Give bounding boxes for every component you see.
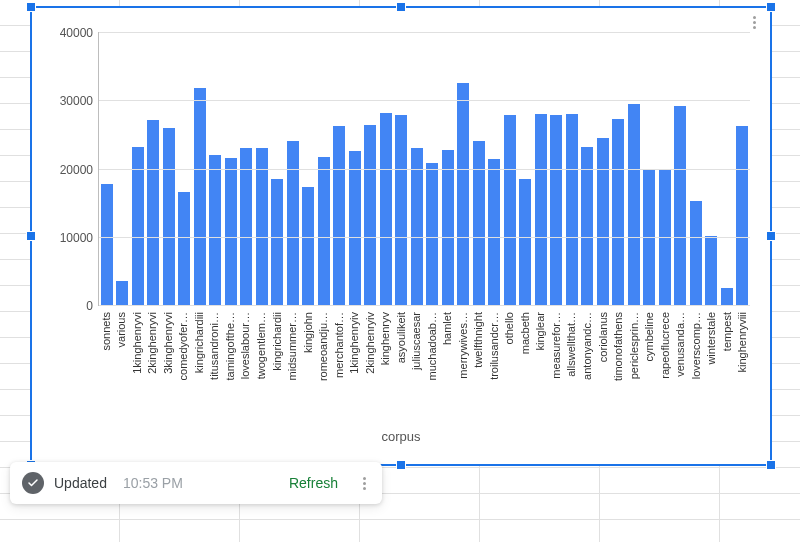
bar (473, 141, 485, 305)
bar (721, 288, 733, 305)
x-tick-label: loveslabour… (239, 312, 251, 379)
resize-handle-tl[interactable] (26, 2, 36, 12)
bar (736, 126, 748, 305)
x-tick-label: merchantof… (333, 312, 345, 378)
bar (256, 148, 268, 305)
resize-handle-t[interactable] (396, 2, 406, 12)
bar (178, 192, 190, 305)
resize-handle-tr[interactable] (766, 2, 776, 12)
bar (581, 147, 593, 305)
toast-more-button[interactable] (354, 473, 374, 493)
bar (333, 126, 345, 305)
bar (318, 157, 330, 305)
x-tick-label: venusanda… (674, 312, 686, 377)
bar (519, 179, 531, 305)
chart-object[interactable]: 010000200003000040000 sonnetsvarious1kin… (30, 6, 772, 466)
y-tick-label: 20000 (60, 163, 93, 177)
x-tick-label: troilusandcr… (488, 312, 500, 380)
y-gridline: 0 (99, 305, 750, 306)
status-time: 10:53 PM (123, 475, 183, 491)
x-tick-label: juliuscaesar (410, 312, 422, 370)
bar (597, 138, 609, 305)
x-tick-label: macbeth (519, 312, 531, 354)
x-tick-label: othello (503, 312, 515, 344)
bar (550, 115, 562, 305)
x-tick-label: periclesprin… (628, 312, 640, 379)
bar (364, 125, 376, 305)
x-tick-label: midsummer… (286, 312, 298, 380)
x-tick-label: loverscomp… (690, 312, 702, 379)
x-tick-label: kingrichardiii (193, 312, 205, 373)
x-tick-label: muchadoab… (426, 312, 438, 381)
x-tick-label: various (115, 312, 127, 347)
bar (287, 141, 299, 305)
x-tick-label: merrywives… (457, 312, 469, 379)
y-gridline: 10000 (99, 237, 750, 238)
bar (163, 128, 175, 305)
bar (302, 187, 314, 305)
bar (101, 184, 113, 305)
x-tick-label: antonyandc… (581, 312, 593, 380)
status-label: Updated (54, 475, 107, 491)
x-tick-label: twogentlem… (255, 312, 267, 379)
resize-handle-l[interactable] (26, 231, 36, 241)
y-tick-label: 40000 (60, 26, 93, 40)
x-tick-label: titusandroni… (208, 312, 220, 380)
x-tick-label: kinghenryviii (736, 312, 748, 373)
resize-handle-b[interactable] (396, 460, 406, 470)
x-tick-label: romeoandju… (317, 312, 329, 381)
bar (488, 159, 500, 305)
x-tick-label: twelfthnight (472, 312, 484, 368)
bar (147, 120, 159, 305)
bar (612, 119, 624, 305)
bar (674, 106, 686, 305)
bar (535, 114, 547, 305)
bar (132, 147, 144, 305)
chart-options-button[interactable] (744, 12, 764, 32)
bar (395, 115, 407, 305)
x-tick-label: tempest (721, 312, 733, 351)
x-tick-label: cymbeline (643, 312, 655, 362)
bar (411, 148, 423, 305)
bar (504, 115, 516, 305)
refresh-button[interactable]: Refresh (289, 475, 338, 491)
bar (240, 148, 252, 305)
status-toast: Updated 10:53 PM Refresh (10, 462, 382, 504)
x-tick-label: measurefor… (550, 312, 562, 379)
bar (705, 236, 717, 305)
bar (225, 158, 237, 305)
x-tick-label: comedyofer… (177, 312, 189, 380)
resize-handle-r[interactable] (766, 231, 776, 241)
x-tick-label: 3kinghenryvi (162, 312, 174, 374)
x-tick-label: timonofathens (612, 312, 624, 381)
resize-handle-br[interactable] (766, 460, 776, 470)
bar (690, 201, 702, 305)
x-tick-label: sonnets (100, 312, 112, 351)
bar (116, 281, 128, 305)
y-tick-label: 0 (86, 299, 93, 313)
bar (271, 179, 283, 305)
x-tick-label: 2kinghenryvi (146, 312, 158, 374)
y-gridline: 30000 (99, 100, 750, 101)
x-tick-label: 1kinghenryiv (348, 312, 360, 374)
y-tick-label: 10000 (60, 231, 93, 245)
check-icon (22, 472, 44, 494)
bar (426, 163, 438, 305)
bar (442, 150, 454, 305)
x-tick-label: winterstale (705, 312, 717, 365)
x-tick-label: kinglear (534, 312, 546, 351)
bar (194, 88, 206, 305)
y-gridline: 20000 (99, 169, 750, 170)
x-axis-title: corpus (32, 429, 770, 444)
bar (380, 113, 392, 305)
bar (457, 83, 469, 305)
x-tick-label: 1kinghenryvi (131, 312, 143, 374)
x-tick-label: kingrichardii (271, 312, 283, 371)
y-tick-label: 30000 (60, 94, 93, 108)
x-tick-label: hamlet (441, 312, 453, 345)
x-tick-label: asyoulikeit (395, 312, 407, 363)
x-tick-label: allswellthat… (565, 312, 577, 377)
x-tick-label: kinghenryv (379, 312, 391, 365)
bar (349, 151, 361, 305)
x-tick-label: kingjohn (302, 312, 314, 353)
